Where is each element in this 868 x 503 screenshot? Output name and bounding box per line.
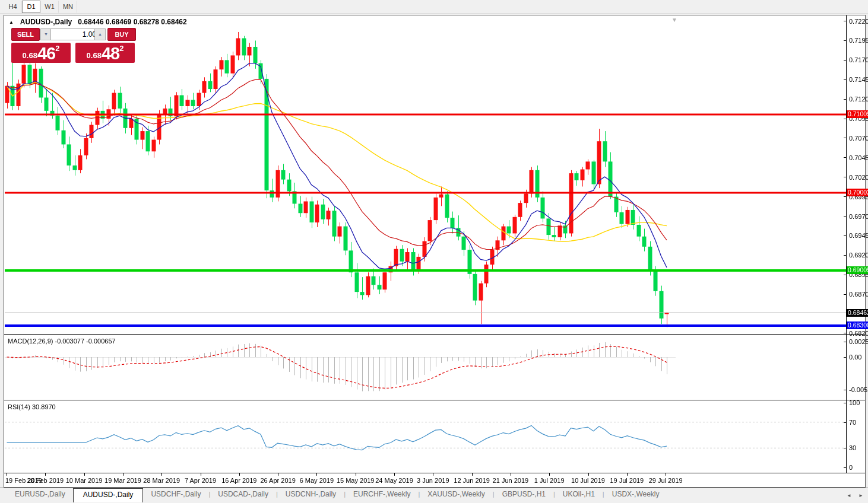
timeframe-button-w1[interactable]: W1 <box>40 1 59 13</box>
price-line-badge: 0.71005 <box>847 110 868 118</box>
date-axis-tick <box>433 473 433 476</box>
price-axis-label: 0.68200 <box>849 330 868 337</box>
price-axis-label: 0.70200 <box>849 174 868 181</box>
tab-usdchf-daily[interactable]: USDCHF-,Daily <box>143 488 208 501</box>
sell-price-main: 46 <box>37 44 55 62</box>
date-axis-tick <box>511 473 511 476</box>
price-axis-tick <box>844 177 846 177</box>
rsi-axis-tick <box>844 467 846 468</box>
date-axis-label: 26 Apr 2019 <box>260 477 295 484</box>
price-axis-label: 0.70700 <box>849 135 868 142</box>
price-axis-tick <box>844 235 846 236</box>
tab-xauusd-weekly[interactable]: XAUUSD-,Weekly <box>420 488 492 501</box>
price-axis-tick <box>844 196 846 197</box>
rsi-axis-label: 70 <box>849 419 856 426</box>
date-axis-label: 28 Mar 2019 <box>143 477 180 484</box>
date-axis-label: 29 Jul 2019 <box>649 477 683 484</box>
rsi-value: 30.8970 <box>32 403 56 410</box>
buy-price-prefix: 0.68 <box>87 51 102 60</box>
pane-separator[interactable] <box>4 400 865 400</box>
tab-scroll-right-icon[interactable]: ► <box>859 493 863 498</box>
date-axis-tick <box>316 473 317 476</box>
price-axis-label: 0.71950 <box>849 37 868 44</box>
price-line-badge: 0.68300 <box>847 321 868 329</box>
date-axis-label: 24 May 2019 <box>375 477 413 484</box>
date-axis-tick <box>278 473 278 476</box>
sell-price-box[interactable]: 0.68 46 2 <box>11 43 71 63</box>
date-axis-label: 21 Jun 2019 <box>493 477 529 484</box>
price-line-badge: 0.70002 <box>847 189 868 196</box>
date-axis-label: 19 Mar 2019 <box>104 477 141 484</box>
macd-pane-canvas[interactable] <box>5 335 846 399</box>
sell-button[interactable]: SELL <box>11 28 40 41</box>
price-axis-tick <box>844 294 846 295</box>
chart-shift-icon[interactable]: ▼ <box>671 17 677 23</box>
date-axis-label: 7 Apr 2019 <box>185 477 216 484</box>
tab-audusd-daily[interactable]: AUDUSD-,Daily <box>73 488 144 502</box>
tab-eurchf-weekly[interactable]: EURCHF-,Weekly <box>346 488 418 501</box>
buy-price-box[interactable]: 0.68 48 2 <box>75 43 135 63</box>
timeframe-button-mn[interactable]: MN <box>59 1 77 13</box>
tab-eurusd-daily[interactable]: EURUSD-,Daily <box>7 488 73 501</box>
timeframe-button-d1[interactable]: D1 <box>22 1 40 13</box>
volume-increase-button[interactable]: ▲ <box>94 28 106 40</box>
tab-usdx-weekly[interactable]: USDX-,Weekly <box>604 488 667 501</box>
tab-scroll-left-icon[interactable]: ◄ <box>847 493 851 498</box>
date-axis-tick <box>201 473 201 476</box>
macd-axis-label: -0.005234 <box>849 386 868 393</box>
price-line-badge: 0.69005 <box>847 266 868 274</box>
price-axis-tick <box>844 99 846 100</box>
macd-values: -0.003077 -0.000657 <box>55 338 115 345</box>
rsi-axis-label: 30 <box>849 444 856 451</box>
price-axis-tick <box>844 275 846 275</box>
date-axis[interactable]: 19 Feb 201928 Feb 201910 Mar 201919 Mar … <box>4 473 846 486</box>
price-axis-label: 0.71450 <box>849 76 868 83</box>
date-axis-label: 1 Jul 2019 <box>534 477 565 484</box>
rsi-axis-label: 0 <box>849 464 853 471</box>
tab-usdcnh-daily[interactable]: USDCNH-,Daily <box>278 488 344 501</box>
candlestick-chart-canvas[interactable] <box>5 16 846 334</box>
buy-button[interactable]: BUY <box>107 28 136 41</box>
pane-separator[interactable] <box>4 334 865 335</box>
price-axis-label: 0.69450 <box>849 232 868 239</box>
tab-ukoil-h1[interactable]: UKOil-,H1 <box>555 488 603 501</box>
volume-input[interactable] <box>50 28 99 40</box>
macd-axis-label: 0.002522 <box>849 338 868 345</box>
date-axis-label: 12 Jun 2019 <box>454 477 490 484</box>
price-axis-tick <box>844 21 846 21</box>
date-axis-tick <box>356 473 356 476</box>
chart-tab-bar: ◄ ► EURUSD-,DailyAUDUSD-,DailyUSDCHF-,Da… <box>0 488 868 503</box>
macd-axis-tick <box>844 390 846 390</box>
rsi-pane-canvas[interactable] <box>5 401 846 472</box>
price-axis-tick <box>844 79 846 80</box>
date-axis-label: 10 Jul 2019 <box>571 477 605 484</box>
sell-price-prefix: 0.68 <box>23 51 37 60</box>
buy-price-main: 48 <box>102 44 119 62</box>
date-axis-label: 6 May 2019 <box>300 477 334 484</box>
price-axis-label: 0.69200 <box>849 252 868 259</box>
price-axis-label: 0.68700 <box>849 291 868 298</box>
date-axis-label: 10 Mar 2019 <box>66 477 103 484</box>
date-axis-label: 3 Jun 2019 <box>417 477 449 484</box>
date-axis-tick <box>239 473 240 476</box>
date-axis-tick <box>7 473 7 476</box>
rsi-axis-tick <box>844 422 846 423</box>
chart-title-row: ▲ AUDUSD-,Daily 0.68446 0.68469 0.68278 … <box>9 18 187 26</box>
timeframe-toolbar: H4 D1 W1 MN <box>0 0 868 14</box>
date-axis-tick <box>666 473 666 476</box>
date-axis-tick <box>394 473 395 476</box>
price-axis-label: 0.69700 <box>849 213 868 220</box>
one-click-collapse-icon[interactable]: ▲ <box>9 20 14 25</box>
rsi-axis-tick <box>844 448 846 448</box>
tab-gbpusd-h1[interactable]: GBPUSD-,H1 <box>495 488 553 501</box>
price-axis-tick <box>844 255 846 256</box>
date-axis-tick <box>123 473 123 476</box>
tab-usdcad-daily[interactable]: USDCAD-,Daily <box>210 488 276 501</box>
buy-price-sup: 2 <box>119 44 123 53</box>
macd-label: MACD(12,26,9) -0.003077 -0.000657 <box>8 338 116 345</box>
rsi-axis-tick <box>844 403 846 403</box>
timeframe-button-h4[interactable]: H4 <box>4 1 22 13</box>
chart-title: AUDUSD-,Daily <box>20 18 72 26</box>
date-axis-label: 19 Jul 2019 <box>610 477 644 484</box>
price-axis-label: 0.70450 <box>849 154 868 161</box>
